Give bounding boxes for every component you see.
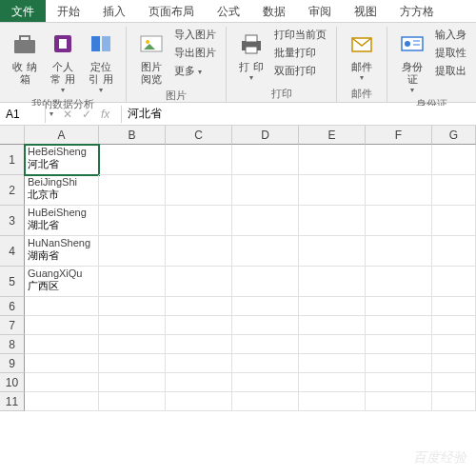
cell[interactable] xyxy=(232,297,299,316)
cell[interactable] xyxy=(25,392,99,411)
cell[interactable] xyxy=(99,206,166,236)
id-input-button[interactable]: 输入身 xyxy=(435,27,466,43)
tab-addon[interactable]: 方方格 xyxy=(388,0,446,22)
cell[interactable] xyxy=(432,373,476,392)
idcard-button[interactable]: 身份 证 ▾ xyxy=(393,27,431,96)
row-header[interactable]: 1 xyxy=(0,145,25,175)
cell[interactable]: BeiJingShi北京市 xyxy=(25,175,99,206)
cell[interactable] xyxy=(432,145,476,175)
cell[interactable] xyxy=(99,297,166,316)
cell[interactable] xyxy=(299,175,366,206)
col-header[interactable]: E xyxy=(299,126,366,145)
cell[interactable] xyxy=(366,373,432,392)
cell[interactable] xyxy=(166,267,232,297)
fx-icon[interactable]: fx xyxy=(101,108,109,121)
cell[interactable] xyxy=(366,145,432,175)
cell[interactable] xyxy=(366,297,432,316)
cell[interactable] xyxy=(432,206,476,236)
row-header[interactable]: 11 xyxy=(0,392,25,411)
cell[interactable] xyxy=(432,267,476,297)
cell[interactable] xyxy=(99,236,166,267)
cell[interactable] xyxy=(166,392,232,411)
cells-area[interactable]: HeBeiSheng河北省BeiJingShi北京市HuBeiSheng湖北省H… xyxy=(25,145,476,411)
cell[interactable] xyxy=(166,236,232,267)
cell[interactable] xyxy=(25,354,99,373)
tab-review[interactable]: 审阅 xyxy=(297,0,343,22)
print-batch-button[interactable]: 批量打印 xyxy=(274,45,327,61)
cell[interactable] xyxy=(299,206,366,236)
cell[interactable] xyxy=(366,316,432,335)
col-header[interactable]: D xyxy=(232,126,299,145)
tab-home[interactable]: 开始 xyxy=(46,0,91,22)
col-header[interactable]: C xyxy=(166,126,232,145)
cell[interactable] xyxy=(232,335,299,354)
cell[interactable] xyxy=(366,206,432,236)
cell[interactable] xyxy=(99,373,166,392)
cell[interactable]: HuNanSheng湖南省 xyxy=(25,236,99,267)
cell[interactable] xyxy=(166,354,232,373)
cancel-icon[interactable]: ✕ xyxy=(63,108,72,121)
tab-formula[interactable]: 公式 xyxy=(206,0,251,22)
cell[interactable]: HuBeiSheng湖北省 xyxy=(25,206,99,236)
cell[interactable] xyxy=(432,335,476,354)
print-duplex-button[interactable]: 双面打印 xyxy=(274,63,327,79)
cell[interactable] xyxy=(99,316,166,335)
row-header[interactable]: 2 xyxy=(0,175,25,206)
select-all-corner[interactable] xyxy=(0,126,25,145)
personal-button[interactable]: 个人常 用 ▾ xyxy=(44,27,82,96)
mail-button[interactable]: 邮件 ▾ xyxy=(343,27,381,86)
cell[interactable] xyxy=(232,175,299,206)
cell[interactable] xyxy=(299,316,366,335)
cell[interactable] xyxy=(299,354,366,373)
cell[interactable] xyxy=(166,145,232,175)
row-header[interactable]: 4 xyxy=(0,236,25,267)
cell[interactable] xyxy=(299,145,366,175)
cell[interactable] xyxy=(99,335,166,354)
cell[interactable] xyxy=(232,373,299,392)
print-button[interactable]: 打 印 ▾ xyxy=(232,27,270,86)
cell[interactable] xyxy=(25,373,99,392)
row-header[interactable]: 10 xyxy=(0,373,25,392)
row-header[interactable]: 5 xyxy=(0,267,25,297)
confirm-icon[interactable]: ✓ xyxy=(82,108,91,121)
cell[interactable] xyxy=(299,236,366,267)
cell[interactable] xyxy=(366,335,432,354)
tab-layout[interactable]: 页面布局 xyxy=(137,0,206,22)
chevron-down-icon[interactable]: ▾ xyxy=(46,109,57,118)
cell[interactable] xyxy=(232,392,299,411)
cell[interactable] xyxy=(232,206,299,236)
row-header[interactable]: 8 xyxy=(0,335,25,354)
cell[interactable] xyxy=(25,316,99,335)
col-header[interactable]: G xyxy=(432,126,476,145)
cell[interactable] xyxy=(166,373,232,392)
cell[interactable] xyxy=(166,206,232,236)
cell[interactable]: HeBeiSheng河北省 xyxy=(25,145,99,175)
tab-file[interactable]: 文件 xyxy=(0,0,46,22)
more-image-button[interactable]: 更多 ▾ xyxy=(174,63,216,79)
export-image-button[interactable]: 导出图片 xyxy=(174,45,216,61)
import-image-button[interactable]: 导入图片 xyxy=(174,27,216,43)
cell[interactable] xyxy=(432,236,476,267)
locate-button[interactable]: 定位引 用 ▾ xyxy=(82,27,120,96)
cell[interactable] xyxy=(166,335,232,354)
cell[interactable] xyxy=(166,316,232,335)
cell[interactable] xyxy=(366,392,432,411)
cell[interactable] xyxy=(299,297,366,316)
cell[interactable] xyxy=(366,354,432,373)
col-header[interactable]: A xyxy=(25,126,99,145)
col-header[interactable]: F xyxy=(366,126,432,145)
cell[interactable] xyxy=(232,236,299,267)
cell[interactable] xyxy=(432,392,476,411)
cell[interactable] xyxy=(99,267,166,297)
cell[interactable] xyxy=(299,392,366,411)
cell[interactable] xyxy=(166,175,232,206)
cell[interactable]: GuangXiQu广西区 xyxy=(25,267,99,297)
row-header[interactable]: 3 xyxy=(0,206,25,236)
cell[interactable] xyxy=(232,145,299,175)
print-current-button[interactable]: 打印当前页 xyxy=(274,27,327,43)
image-view-button[interactable]: 图片 阅览 xyxy=(132,27,170,88)
cell[interactable] xyxy=(366,236,432,267)
cell[interactable] xyxy=(25,297,99,316)
cell[interactable] xyxy=(432,316,476,335)
row-header[interactable]: 9 xyxy=(0,354,25,373)
